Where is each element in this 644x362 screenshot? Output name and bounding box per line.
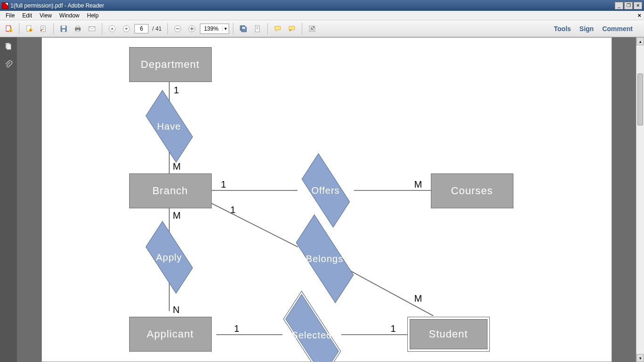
comment-link[interactable]: Comment	[602, 25, 633, 33]
entity-branch: Branch	[129, 173, 212, 208]
titlebar: 1(full permission).pdf - Adobe Reader _ …	[0, 0, 644, 11]
toolbar: / 41 ▾ Tools Sign Comment	[0, 20, 644, 37]
vertical-scrollbar[interactable]: ▴ ▾	[636, 37, 644, 362]
email-icon[interactable]	[86, 23, 98, 35]
svg-rect-7	[62, 29, 65, 32]
menu-view[interactable]: View	[36, 11, 56, 20]
rel-have: Have	[142, 111, 197, 141]
rel-belongs: Belongs	[289, 242, 360, 275]
svg-line-29	[210, 203, 298, 247]
restore-button[interactable]: ❐	[624, 2, 633, 9]
card-have-branch: M	[173, 161, 181, 172]
menubar: File Edit View Window Help ×	[0, 11, 644, 20]
sign-link[interactable]: Sign	[579, 25, 594, 33]
pdf-icon	[2, 2, 8, 9]
rel-belongs-label: Belongs	[289, 242, 360, 275]
page-up-icon[interactable]	[106, 23, 118, 35]
highlight-icon[interactable]	[286, 23, 298, 35]
svg-rect-9	[76, 26, 79, 28]
menu-file[interactable]: File	[2, 11, 18, 20]
close-button[interactable]: ✕	[634, 2, 642, 9]
separator	[233, 23, 233, 34]
scroll-track[interactable]	[636, 45, 644, 354]
save-copy-icon[interactable]	[237, 23, 249, 35]
svg-rect-10	[76, 30, 79, 32]
rel-offers-label: Offers	[297, 175, 354, 206]
svg-rect-6	[62, 26, 66, 28]
separator	[19, 23, 19, 34]
entity-department: Department	[129, 47, 212, 82]
rel-apply: Apply	[142, 242, 197, 272]
scroll-down-icon[interactable]: ▾	[636, 354, 644, 362]
card-selected-student: 1	[391, 323, 396, 334]
scroll-up-icon[interactable]: ▴	[636, 37, 644, 45]
card-apply-applicant: N	[173, 304, 180, 315]
svg-rect-22	[7, 44, 11, 49]
zoom-select[interactable]: ▾	[200, 24, 229, 34]
tools-link[interactable]: Tools	[554, 25, 571, 33]
card-belongs-student: M	[414, 293, 422, 304]
zoom-out-icon[interactable]	[172, 23, 184, 35]
comment-icon[interactable]	[272, 23, 284, 35]
card-dept-have: 1	[174, 85, 179, 96]
attachments-icon[interactable]	[4, 60, 13, 69]
menu-window[interactable]: Window	[56, 11, 83, 20]
minimize-button[interactable]: _	[615, 2, 623, 9]
menu-help[interactable]: Help	[83, 11, 103, 20]
card-branch-apply: M	[173, 210, 181, 221]
svg-rect-4	[41, 26, 46, 32]
separator	[302, 23, 302, 34]
zoom-in-icon[interactable]	[186, 23, 198, 35]
print-icon[interactable]	[72, 23, 84, 35]
svg-rect-19	[256, 25, 260, 32]
separator	[53, 23, 54, 34]
card-branch-belongs: 1	[231, 205, 236, 215]
menu-edit[interactable]: Edit	[18, 11, 36, 20]
entity-courses: Courses	[431, 173, 513, 208]
card-branch-offers: 1	[221, 179, 226, 190]
window-title: 1(full permission).pdf - Adobe Reader	[10, 2, 615, 9]
export-pdf-icon[interactable]	[3, 23, 15, 35]
rel-selected-label: Selected	[277, 319, 347, 352]
scroll-mode-icon[interactable]	[251, 23, 264, 35]
separator	[102, 23, 102, 34]
card-offers-courses: M	[414, 179, 422, 190]
card-applicant-selected: 1	[234, 323, 239, 334]
document-close-button[interactable]: ×	[637, 12, 641, 19]
scroll-thumb[interactable]	[637, 74, 643, 125]
read-mode-icon[interactable]	[306, 23, 318, 35]
rel-selected: Selected	[277, 319, 347, 352]
entity-student: Student	[407, 317, 490, 352]
zoom-dropdown-icon[interactable]: ▾	[222, 26, 229, 31]
svg-rect-18	[242, 27, 245, 29]
open-icon[interactable]	[37, 23, 50, 35]
rel-apply-label: Apply	[142, 242, 197, 272]
page-total-label: / 41	[152, 25, 162, 32]
separator	[267, 23, 268, 34]
thumbnails-icon[interactable]	[4, 42, 13, 51]
pdf-page: Department Branch Courses Applicant Stud…	[41, 37, 612, 362]
save-icon[interactable]	[58, 23, 70, 35]
zoom-input[interactable]	[200, 25, 222, 32]
navigation-pane	[0, 37, 17, 362]
document-viewport[interactable]: Department Branch Courses Applicant Stud…	[17, 37, 636, 362]
separator	[167, 23, 168, 34]
rel-have-label: Have	[142, 111, 197, 141]
main-area: Department Branch Courses Applicant Stud…	[0, 37, 644, 362]
create-pdf-icon[interactable]	[23, 23, 35, 35]
right-links: Tools Sign Comment	[554, 25, 641, 33]
page-number-input[interactable]	[134, 24, 149, 33]
page-down-icon[interactable]	[120, 23, 132, 35]
entity-applicant: Applicant	[129, 317, 212, 352]
rel-offers: Offers	[297, 175, 354, 206]
window-controls: _ ❐ ✕	[615, 2, 642, 9]
